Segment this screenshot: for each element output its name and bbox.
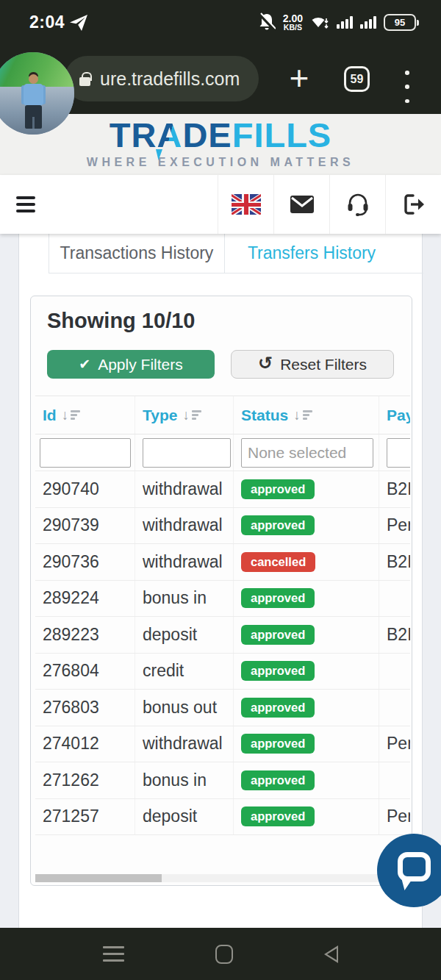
table-body: 290740 withdrawal approved B2B 290739 wi…	[35, 471, 410, 835]
tab-transfers-history[interactable]: Transfers History	[225, 234, 398, 273]
column-header-type[interactable]: Type ↓	[135, 396, 234, 434]
menu-button[interactable]	[0, 175, 51, 234]
cell-status: approved	[234, 726, 379, 762]
uk-flag-icon	[232, 194, 261, 215]
cell-id: 276804	[35, 654, 135, 690]
cell-type: bonus in	[135, 581, 234, 617]
phone-screen: 2:04 2.00 KB/S	[0, 0, 441, 980]
cell-payment: Per	[379, 799, 410, 835]
envelope-icon	[290, 195, 315, 214]
cell-payment: Per	[379, 726, 410, 762]
cell-type: deposit	[135, 799, 234, 835]
livechat-button[interactable]	[377, 834, 441, 907]
id-filter-input[interactable]	[40, 438, 131, 468]
url-bar[interactable]: ure.tradefills.com	[65, 56, 259, 101]
home-button[interactable]	[215, 945, 233, 964]
recents-button[interactable]	[103, 946, 124, 962]
cell-payment	[379, 581, 410, 617]
battery-icon: 95	[384, 14, 416, 31]
signal-bars-sim2-icon	[360, 16, 376, 29]
table-row[interactable]: 289223 deposit approved B2B	[35, 617, 410, 654]
sort-icon: ↓	[62, 408, 81, 422]
support-button[interactable]	[329, 175, 385, 234]
chat-bubble-tail	[401, 878, 413, 890]
showing-count: Showing 10/10	[47, 309, 195, 333]
language-button[interactable]	[218, 175, 273, 234]
horizontal-scrollbar[interactable]	[35, 874, 410, 882]
status-badge: cancelled	[241, 552, 315, 572]
tab-switcher-button[interactable]: 59	[344, 66, 370, 92]
cell-payment: B2B	[379, 544, 410, 580]
tab-transactions-history[interactable]: Transactions History	[49, 234, 225, 273]
status-badge: approved	[241, 661, 315, 681]
new-tab-button[interactable]: +	[279, 54, 319, 101]
battery-level: 95	[395, 17, 405, 28]
cell-type: bonus out	[135, 690, 234, 726]
status-badge: approved	[241, 479, 315, 499]
column-header-id[interactable]: Id ↓	[35, 396, 135, 434]
column-header-payment[interactable]: Pay	[379, 396, 410, 434]
table-row[interactable]: 271262 bonus in approved	[35, 762, 410, 799]
cell-payment	[379, 690, 410, 726]
history-tabs: Transactions History Transfers History	[49, 234, 423, 273]
status-badge: approved	[241, 625, 315, 645]
lock-icon	[79, 77, 90, 86]
cell-id: 289223	[35, 617, 135, 653]
table-row[interactable]: 290736 withdrawal cancelled B2B	[35, 544, 410, 581]
reset-filters-button[interactable]: ↺ Reset Filters	[231, 350, 394, 379]
sort-icon: ↓	[293, 408, 312, 422]
scrollbar-thumb[interactable]	[35, 874, 162, 882]
cell-id: 271262	[35, 762, 135, 798]
wifi-icon	[310, 14, 329, 30]
sort-icon: ↓	[182, 408, 201, 422]
site-tagline: WHERE EXECUTION MATTERS	[0, 156, 441, 169]
cell-id: 276803	[35, 690, 135, 726]
headset-icon	[346, 192, 370, 217]
site-header: TRADEFILLS WHERE EXECUTION MATTERS	[0, 114, 441, 175]
cell-status: approved	[234, 690, 379, 726]
cell-type: withdrawal	[135, 508, 234, 544]
back-button[interactable]	[324, 945, 338, 963]
table-row[interactable]: 274012 withdrawal approved Per	[35, 726, 410, 763]
status-badge: approved	[241, 588, 315, 608]
url-text: ure.tradefills.com	[100, 68, 240, 90]
apply-filters-button[interactable]: ✔ Apply Filters	[47, 350, 215, 379]
cell-payment: Per	[379, 508, 410, 544]
cell-status: approved	[234, 471, 379, 507]
table-row[interactable]: 276803 bonus out approved	[35, 690, 410, 726]
table-header-row: Id ↓ Type ↓ Status ↓ Pay	[35, 396, 410, 434]
messages-button[interactable]	[273, 175, 329, 234]
browser-menu-button[interactable]	[403, 71, 412, 103]
cell-id: 274012	[35, 726, 135, 762]
check-icon: ✔	[79, 356, 90, 373]
type-filter-input[interactable]	[143, 438, 231, 468]
cell-type: credit	[135, 654, 234, 690]
signal-bars-sim1-icon	[337, 16, 353, 29]
cell-type: deposit	[135, 617, 234, 653]
status-filter-select[interactable]: None selected	[241, 438, 373, 468]
page-background: Transactions History Transfers History S…	[0, 234, 441, 928]
sign-out-icon	[402, 193, 426, 215]
network-speed: 2.00 KB/S	[283, 13, 303, 32]
table-filter-row: None selected	[35, 434, 410, 471]
table-row[interactable]: 290740 withdrawal approved B2B	[35, 471, 410, 508]
content-container: Transactions History Transfers History S…	[18, 234, 423, 928]
table-row[interactable]: 290739 withdrawal approved Per	[35, 508, 410, 545]
column-header-status[interactable]: Status ↓	[234, 396, 379, 434]
cell-id: 290736	[35, 544, 135, 580]
site-nav-bar	[0, 175, 441, 234]
android-status-bar: 2:04 2.00 KB/S	[0, 0, 441, 44]
clock: 2:04	[29, 12, 65, 32]
payment-filter-input[interactable]	[387, 438, 410, 468]
transactions-card: Showing 10/10 ✔ Apply Filters ↺ Reset Fi…	[30, 296, 412, 886]
cell-payment: B2B	[379, 617, 410, 653]
table-row[interactable]: 271257 deposit approved Per	[35, 799, 410, 836]
status-badge: approved	[241, 770, 315, 790]
cell-status: cancelled	[234, 544, 379, 580]
notifications-muted-icon	[258, 12, 276, 32]
table-row[interactable]: 289224 bonus in approved	[35, 581, 410, 618]
transactions-table: Id ↓ Type ↓ Status ↓ Pay	[35, 396, 410, 835]
table-row[interactable]: 276804 credit approved	[35, 654, 410, 690]
logout-button[interactable]	[385, 175, 441, 234]
cell-id: 271257	[35, 799, 135, 835]
